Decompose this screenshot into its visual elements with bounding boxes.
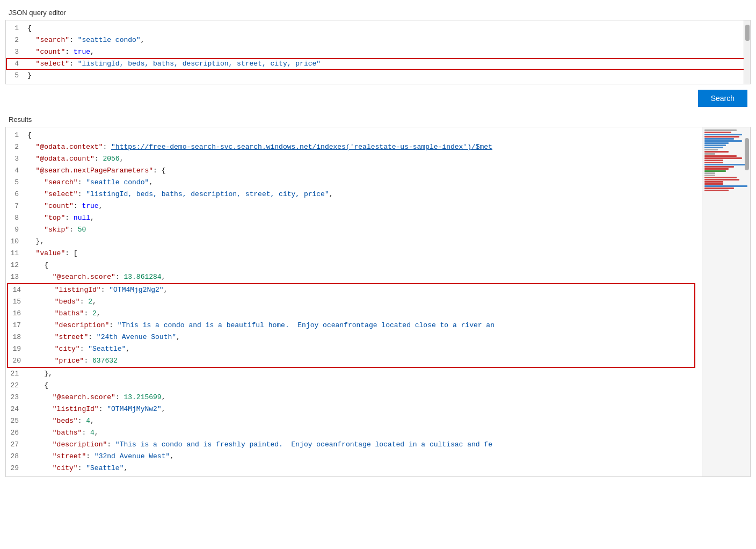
line-content-3: "count": true,: [27, 46, 750, 58]
result-line-22: 22 {: [6, 380, 696, 392]
rline-num-3: 3: [6, 153, 27, 165]
result-line-9: 9 "skip": 50: [6, 224, 696, 236]
line-content-4: "select": "listingId, beds, baths, descr…: [27, 58, 750, 70]
rline-content-10: },: [27, 236, 696, 248]
result-line-15: 15 "beds": 2,: [8, 296, 694, 308]
rline-num-21: 21: [6, 368, 27, 380]
result-line-5: 5 "search": "seattle condo",: [6, 177, 696, 189]
rline-content-12: {: [27, 259, 696, 271]
result-line-29: 29 "city": "Seattle",: [6, 463, 696, 474]
rline-content-22: {: [27, 380, 696, 392]
rline-content-28: "street": "32nd Avenue West",: [27, 451, 696, 463]
rline-num-28: 28: [6, 451, 27, 463]
rline-num-12: 12: [6, 259, 27, 271]
rline-content-16: "baths": 2,: [30, 308, 694, 320]
rline-num-26: 26: [6, 427, 27, 439]
result-line-1: 1 {: [6, 129, 696, 141]
line-num-2: 2: [6, 34, 27, 46]
results-code-block[interactable]: 1 { 2 "@odata.context": "https://free-de…: [6, 127, 750, 476]
rline-num-8: 8: [6, 212, 27, 224]
rline-num-7: 7: [6, 200, 27, 212]
rline-content-11: "value": [: [27, 248, 696, 259]
rline-content-23: "@search.score": 13.215699,: [27, 392, 696, 403]
rline-num-13: 13: [6, 271, 27, 283]
rline-num-2: 2: [6, 141, 27, 153]
rline-num-6: 6: [6, 189, 27, 200]
search-button-area: Search: [0, 84, 756, 112]
rline-content-4: "@search.nextPageParameters": {: [27, 165, 696, 177]
minimap-scrollbar-thumb[interactable]: [745, 138, 749, 170]
rline-content-19: "city": "Seattle",: [30, 343, 694, 355]
line-content-5: }: [27, 70, 750, 82]
rline-num-11: 11: [6, 248, 27, 259]
rline-num-18: 18: [8, 331, 30, 343]
rline-content-6: "select": "listingId, beds, baths, descr…: [27, 189, 696, 200]
rline-content-17: "description": "This is a condo and is a…: [30, 320, 694, 331]
rline-content-27: "description": "This is a condo and is f…: [27, 439, 696, 451]
result-line-3: 3 "@odata.count": 2056,: [6, 153, 696, 165]
rline-content-29: "city": "Seattle",: [27, 463, 696, 474]
results-container: 1 { 2 "@odata.context": "https://free-de…: [5, 127, 751, 477]
rline-content-25: "beds": 4,: [27, 415, 696, 427]
minimap-content: [702, 127, 750, 194]
result-line-16: 16 "baths": 2,: [8, 308, 694, 320]
result-line-26: 26 "baths": 4,: [6, 427, 696, 439]
result-line-17: 17 "description": "This is a condo and i…: [8, 320, 694, 331]
rline-num-25: 25: [6, 415, 27, 427]
rline-num-23: 23: [6, 392, 27, 403]
result-line-2: 2 "@odata.context": "https://free-demo-s…: [6, 141, 696, 153]
results-section-label: Results: [0, 112, 756, 127]
editor-container: 1 { 2 "search": "seattle condo", 3 "coun…: [5, 20, 751, 84]
rline-content-24: "listingId": "OTM4MjMyNw2",: [27, 403, 696, 415]
rline-num-9: 9: [6, 224, 27, 236]
result-line-20: 20 "price": 637632: [8, 355, 694, 367]
rline-num-15: 15: [8, 296, 30, 308]
editor-section-label: JSON query editor: [0, 5, 756, 20]
rline-content-7: "count": true,: [27, 200, 696, 212]
result-line-27: 27 "description": "This is a condo and i…: [6, 439, 696, 451]
result-line-21: 21 },: [6, 368, 696, 380]
rline-content-13: "@search.score": 13.861284,: [27, 271, 696, 283]
rline-num-29: 29: [6, 463, 27, 474]
result-line-11: 11 "value": [: [6, 248, 696, 259]
editor-code-block[interactable]: 1 { 2 "search": "seattle condo", 3 "coun…: [6, 20, 750, 84]
result-line-14: 14 "listingId": "OTM4Mjg2Ng2",: [8, 284, 694, 296]
rline-num-1: 1: [6, 129, 27, 141]
result-line-24: 24 "listingId": "OTM4MjMyNw2",: [6, 403, 696, 415]
result-line-7: 7 "count": true,: [6, 200, 696, 212]
result-line-25: 25 "beds": 4,: [6, 415, 696, 427]
rline-num-14: 14: [8, 284, 30, 296]
editor-scrollbar[interactable]: [744, 20, 750, 84]
rline-num-5: 5: [6, 177, 27, 189]
editor-line-2: 2 "search": "seattle condo",: [6, 34, 750, 46]
rline-content-21: },: [27, 368, 696, 380]
result-line-18: 18 "street": "24th Avenue South",: [8, 331, 694, 343]
line-num-1: 1: [6, 23, 27, 34]
result-line-13: 13 "@search.score": 13.861284,: [6, 271, 696, 283]
line-num-4: 4: [6, 58, 27, 70]
rline-num-17: 17: [8, 320, 30, 331]
line-num-5: 5: [6, 70, 27, 82]
rline-content-5: "search": "seattle condo",: [27, 177, 696, 189]
rline-content-18: "street": "24th Avenue South",: [30, 331, 694, 343]
rline-content-26: "baths": 4,: [27, 427, 696, 439]
rline-content-2: "@odata.context": "https://free-demo-sea…: [27, 141, 696, 153]
rline-content-8: "top": null,: [27, 212, 696, 224]
rline-num-27: 27: [6, 439, 27, 451]
rline-num-4: 4: [6, 165, 27, 177]
rline-num-22: 22: [6, 380, 27, 392]
editor-scrollbar-thumb[interactable]: [745, 25, 750, 41]
results-minimap[interactable]: [702, 127, 750, 476]
result-line-6: 6 "select": "listingId, beds, baths, des…: [6, 189, 696, 200]
rline-content-1: {: [27, 129, 696, 141]
line-content-2: "search": "seattle condo",: [27, 34, 750, 46]
rline-content-15: "beds": 2,: [30, 296, 694, 308]
editor-line-4: 4 "select": "listingId, beds, baths, des…: [6, 58, 750, 70]
result-line-12: 12 {: [6, 259, 696, 271]
editor-line-5: 5 }: [6, 70, 750, 82]
search-button[interactable]: Search: [698, 90, 747, 107]
editor-line-1: 1 {: [6, 23, 750, 34]
rline-num-16: 16: [8, 308, 30, 320]
result-line-28: 28 "street": "32nd Avenue West",: [6, 451, 696, 463]
rline-content-20: "price": 637632: [30, 355, 694, 367]
